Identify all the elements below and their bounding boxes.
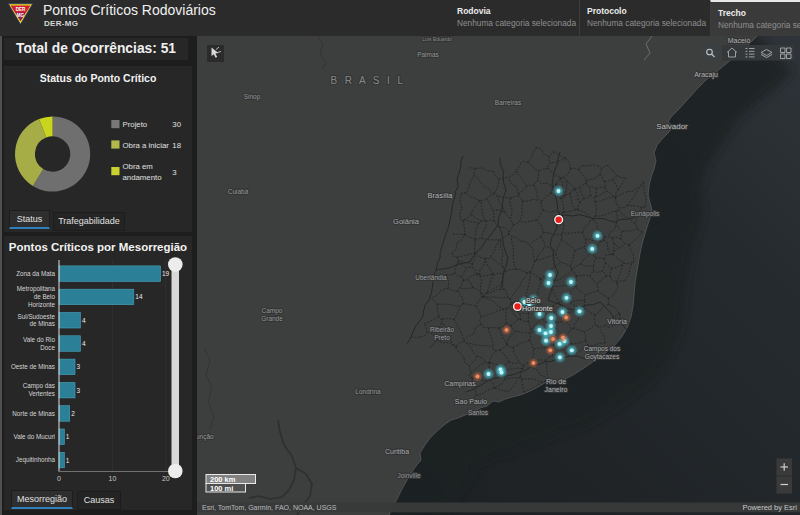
svg-text:3: 3 <box>77 387 81 394</box>
svg-text:4: 4 <box>82 340 86 347</box>
svg-text:Goiânia: Goiânia <box>393 217 420 226</box>
svg-text:2: 2 <box>71 410 75 417</box>
svg-text:unção: unção <box>197 433 214 441</box>
svg-text:Powered by Esri: Powered by Esri <box>742 503 797 512</box>
svg-text:Palmas: Palmas <box>417 51 439 58</box>
svg-text:Projeto: Projeto <box>123 120 148 129</box>
svg-text:Esri, TomTom, Garmin, FAO, NOA: Esri, TomTom, Garmin, FAO, NOAA, USGS <box>202 504 337 511</box>
svg-text:4: 4 <box>82 317 86 324</box>
svg-text:de Belo: de Belo <box>34 293 56 300</box>
svg-text:19: 19 <box>162 270 170 277</box>
svg-text:1: 1 <box>66 457 70 464</box>
svg-text:Grande: Grande <box>261 315 283 322</box>
svg-text:Vale do Mucuri: Vale do Mucuri <box>13 433 55 440</box>
svg-text:Vale do Rio: Vale do Rio <box>23 336 56 343</box>
svg-text:de Minas: de Minas <box>29 320 55 327</box>
svg-text:Cuiabá: Cuiabá <box>228 188 249 195</box>
svg-text:Campinas: Campinas <box>444 380 476 388</box>
svg-text:Sinop: Sinop <box>244 93 261 101</box>
svg-text:Status do Ponto Crítico: Status do Ponto Crítico <box>40 72 157 84</box>
svg-text:3: 3 <box>172 168 176 177</box>
svg-text:Eunápolis: Eunápolis <box>631 210 660 218</box>
svg-text:0: 0 <box>57 475 61 482</box>
svg-text:1: 1 <box>66 433 70 440</box>
svg-text:30: 30 <box>172 120 181 129</box>
svg-text:Sao Paulo: Sao Paulo <box>455 398 487 405</box>
svg-text:Preto: Preto <box>434 334 450 341</box>
svg-text:18: 18 <box>172 141 181 150</box>
svg-text:Vertentes: Vertentes <box>28 390 55 397</box>
svg-text:Uberlândia: Uberlândia <box>415 274 447 281</box>
svg-text:B R A S I L: B R A S I L <box>331 75 406 86</box>
svg-text:Horizonte: Horizonte <box>28 301 55 308</box>
svg-text:Luís Eduardo: Luís Eduardo <box>422 36 452 42</box>
svg-text:Pontos Críticos por Mesorregiã: Pontos Críticos por Mesorregião <box>9 241 187 253</box>
svg-text:Goytacazes: Goytacazes <box>585 353 620 361</box>
svg-text:Vitória: Vitória <box>607 318 627 325</box>
svg-text:andamento: andamento <box>123 173 163 182</box>
svg-text:Barreiras: Barreiras <box>495 99 522 106</box>
svg-text:Zona da Mata: Zona da Mata <box>16 270 55 277</box>
svg-text:Rio de: Rio de <box>546 378 566 385</box>
svg-text:Obra em: Obra em <box>123 162 153 171</box>
svg-text:100 mi: 100 mi <box>210 484 233 493</box>
svg-text:Salvador: Salvador <box>656 122 688 131</box>
svg-text:14: 14 <box>135 293 143 300</box>
svg-text:Janeiro: Janeiro <box>545 386 568 393</box>
svg-text:20: 20 <box>162 475 170 482</box>
svg-text:Joinville: Joinville <box>397 472 421 479</box>
svg-text:Santos: Santos <box>468 409 489 416</box>
svg-text:Jequitinhonha: Jequitinhonha <box>16 456 56 464</box>
svg-text:10: 10 <box>109 475 117 482</box>
svg-text:MG: MG <box>17 13 25 18</box>
svg-text:Campo das: Campo das <box>23 382 55 390</box>
svg-text:Doce: Doce <box>40 344 55 351</box>
svg-text:DER: DER <box>16 7 26 12</box>
svg-text:Londrina: Londrina <box>355 388 381 395</box>
svg-text:Ribeirão: Ribeirão <box>430 326 455 333</box>
svg-text:Obra a iniciar: Obra a iniciar <box>123 141 170 150</box>
svg-text:Horizonte: Horizonte <box>522 304 553 313</box>
svg-text:Aracaju: Aracaju <box>694 71 718 79</box>
svg-text:Sul/Sudoeste: Sul/Sudoeste <box>18 313 56 320</box>
svg-text:Oeste de Minas: Oeste de Minas <box>11 363 55 370</box>
svg-text:Maceió: Maceió <box>728 37 751 44</box>
svg-text:3: 3 <box>77 363 81 370</box>
svg-text:Campo: Campo <box>262 307 283 315</box>
svg-text:Brasília: Brasília <box>427 191 453 200</box>
svg-text:Norte de Minas: Norte de Minas <box>12 410 55 417</box>
svg-text:Curitiba: Curitiba <box>385 448 409 455</box>
